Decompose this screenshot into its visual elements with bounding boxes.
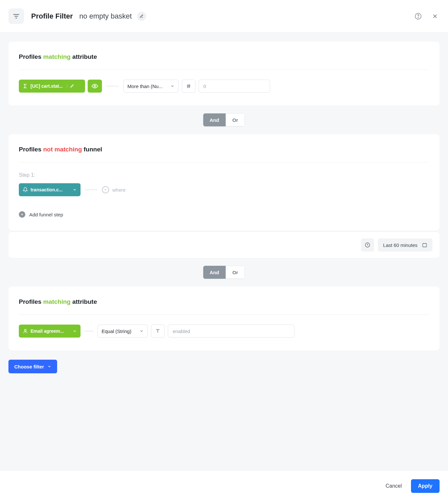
attribute-chip[interactable]: Email agreem... — [19, 325, 81, 338]
connector-line — [106, 86, 119, 86]
apply-button[interactable]: Apply — [411, 479, 440, 493]
filter-icon — [8, 8, 24, 24]
title-prefix: Profiles — [19, 53, 42, 60]
title-prefix: Profiles — [19, 146, 42, 153]
add-where-condition[interactable]: where — [102, 186, 126, 193]
svg-line-11 — [189, 84, 190, 88]
value-input[interactable] — [168, 325, 294, 338]
attribute-chip[interactable]: [UC] cart.stat... — [19, 80, 85, 93]
filter-block-attribute-2: Profiles matching attribute Email agreem… — [8, 287, 440, 351]
value-type-number — [182, 80, 195, 93]
choose-filter-label: Choose filter — [14, 364, 44, 369]
chevron-down-icon — [140, 329, 143, 333]
add-funnel-step-label: Add funnel step — [29, 212, 63, 217]
sigma-icon — [23, 84, 28, 89]
plus-circle-icon — [102, 186, 109, 193]
time-range-label: Last 60 minutes — [383, 242, 417, 248]
calendar-icon — [422, 242, 427, 248]
time-range-row: Last 60 minutes — [8, 232, 440, 258]
value-input[interactable] — [199, 80, 270, 93]
svg-point-20 — [24, 329, 26, 331]
connector-line — [84, 331, 93, 331]
filter-block-funnel: Profiles not matching funnel Step 1: tra… — [8, 134, 440, 231]
text-icon — [155, 328, 161, 334]
svg-line-10 — [188, 84, 188, 88]
bell-icon — [23, 187, 28, 192]
filter-name: no empty basket — [79, 12, 131, 20]
filter-block-attribute-1: Profiles matching attribute [UC] cart.st… — [8, 42, 440, 106]
event-chip[interactable]: transaction.c... — [19, 183, 81, 196]
divider — [19, 70, 429, 70]
close-icon[interactable] — [430, 12, 440, 21]
plus-icon — [19, 211, 25, 218]
logic-toggle: And Or — [203, 113, 245, 126]
operator-select[interactable]: More than (Nu... — [123, 80, 179, 93]
and-button[interactable]: And — [203, 266, 226, 279]
divider — [19, 162, 429, 162]
block-title: Profiles not matching funnel — [19, 146, 429, 153]
or-button[interactable]: Or — [226, 266, 245, 279]
svg-rect-17 — [423, 243, 427, 247]
modal-header: Profile Filter no empty basket — [0, 0, 448, 32]
chevron-down-icon — [73, 329, 77, 333]
clock-icon — [365, 242, 370, 248]
attribute-chip-label: Email agreem... — [31, 328, 64, 334]
block-title: Profiles matching attribute — [19, 53, 429, 60]
connector-line — [85, 189, 97, 190]
match-mode-label: not matching — [43, 146, 82, 153]
title-suffix: attribute — [72, 298, 97, 305]
chevron-down-icon — [79, 84, 83, 88]
operator-label: Equal (String) — [102, 328, 131, 334]
choose-filter-button[interactable]: Choose filter — [8, 360, 57, 373]
preview-attribute-button[interactable] — [88, 80, 102, 93]
title-suffix: funnel — [84, 146, 102, 153]
chevron-down-icon — [73, 188, 77, 192]
modal-footer: Cancel Apply — [0, 470, 448, 501]
edit-name-button[interactable] — [137, 12, 146, 21]
logic-toggle: And Or — [203, 266, 245, 279]
attribute-chip-label: [UC] cart.stat... — [31, 84, 63, 89]
svg-point-7 — [94, 85, 95, 87]
add-funnel-step-button[interactable]: Add funnel step — [19, 211, 429, 218]
and-button[interactable]: And — [203, 113, 226, 126]
match-mode-label: matching — [43, 298, 70, 305]
hash-icon — [186, 83, 192, 89]
help-icon[interactable] — [414, 12, 423, 21]
time-settings-button[interactable] — [361, 238, 374, 251]
chevron-down-icon — [47, 365, 51, 368]
block-title: Profiles matching attribute — [19, 298, 429, 305]
page-title: Profile Filter — [31, 12, 73, 20]
user-icon — [23, 328, 28, 334]
event-chip-label: transaction.c... — [31, 187, 63, 192]
eye-icon — [92, 83, 98, 89]
operator-select[interactable]: Equal (String) — [97, 325, 148, 338]
or-button[interactable]: Or — [226, 113, 245, 126]
chevron-down-icon — [170, 84, 174, 88]
match-mode-label: matching — [43, 53, 70, 60]
step-label: Step 1: — [19, 172, 429, 178]
divider — [19, 315, 429, 315]
value-type-text — [151, 325, 165, 338]
cancel-button[interactable]: Cancel — [386, 483, 402, 489]
svg-point-4 — [418, 17, 418, 18]
title-prefix: Profiles — [19, 298, 42, 305]
operator-label: More than (Nu... — [128, 84, 163, 89]
title-suffix: attribute — [72, 53, 97, 60]
where-label: where — [112, 187, 126, 193]
time-range-picker[interactable]: Last 60 minutes — [378, 238, 432, 251]
attribute-edit-icon — [67, 84, 77, 88]
